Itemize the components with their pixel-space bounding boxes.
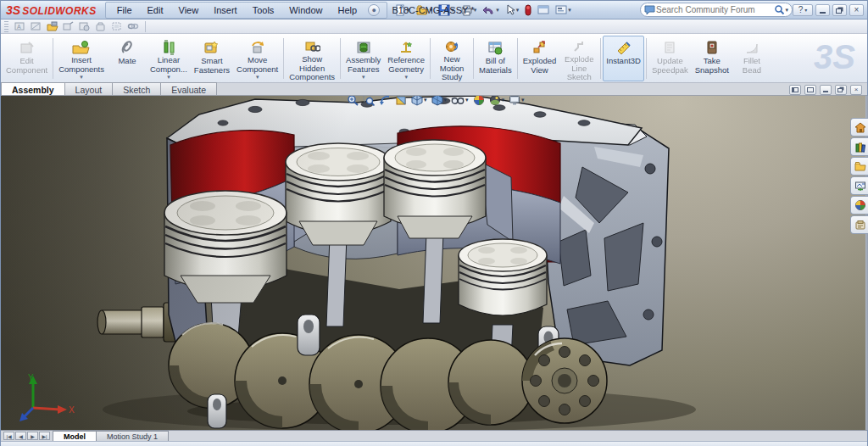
search-magnifier-icon[interactable] — [774, 4, 785, 15]
zoom-to-fit-button[interactable] — [345, 96, 360, 108]
window-controls: ?▾ × — [793, 4, 864, 16]
apply-scene-icon — [489, 96, 501, 106]
fillet-bead-button[interactable]: Fillet Bead — [732, 36, 771, 81]
ribbon-separator — [283, 38, 284, 79]
doc-restore-button[interactable] — [835, 85, 847, 95]
command-manager-ribbon: Edit Component Insert Components ▾ Mate … — [1, 34, 867, 83]
pane-right-button[interactable] — [804, 85, 816, 95]
assembly-toolbar-icon-7[interactable] — [109, 20, 124, 33]
motion-study-1-tab[interactable]: Motion Study 1 — [96, 431, 169, 441]
move-component-button[interactable]: Move Component ▾ — [233, 36, 281, 81]
command-tab-row: Assembly Layout Sketch Evaluate × — [1, 83, 867, 96]
assembly-toolbar-icon-6[interactable] — [93, 20, 108, 33]
doc-minimize-button[interactable] — [820, 85, 832, 95]
minimize-button[interactable] — [815, 4, 830, 16]
menu-insert[interactable]: Insert — [206, 3, 245, 17]
explode-line-sketch-button[interactable]: Explode Line Sketch — [559, 36, 598, 81]
exploded-view-button[interactable]: Exploded View — [520, 36, 560, 81]
display-style-icon — [431, 96, 443, 106]
engine-assembly-model[interactable] — [1, 96, 868, 430]
instant3d-button[interactable]: Instant3D — [603, 36, 644, 81]
zoom-to-fit-icon — [347, 96, 359, 106]
show-hidden-components-button[interactable]: Show Hidden Components — [286, 36, 338, 81]
scroll-last-button[interactable]: ▶| — [39, 432, 50, 440]
search-input[interactable] — [656, 5, 774, 14]
document-window-controls: × — [789, 83, 862, 96]
update-speedpak-button[interactable]: Update Speedpak — [648, 36, 692, 81]
tab-sketch[interactable]: Sketch — [112, 82, 161, 95]
section-view-button[interactable] — [393, 96, 409, 108]
dropdown-caret[interactable]: ▾ — [404, 75, 408, 80]
smart-fasteners-button[interactable]: Smart Fasteners — [191, 36, 233, 81]
assembly-toolbar-icon-4[interactable] — [61, 20, 75, 33]
view-orientation-button[interactable]: ▾ — [409, 96, 429, 108]
previous-view-button[interactable] — [377, 96, 392, 108]
assembly-small-toolbar: A — [1, 20, 867, 34]
dropdown-caret[interactable]: ▾ — [167, 75, 170, 80]
bill-of-materials-icon — [487, 39, 503, 56]
assembly-toolbar-icon-2[interactable] — [29, 20, 43, 33]
restore-button[interactable] — [832, 4, 847, 16]
apply-scene-button[interactable]: ▾ — [487, 96, 507, 108]
menu-view[interactable]: View — [171, 3, 207, 17]
community-search-box[interactable]: ▾ — [640, 3, 793, 17]
graphics-viewport[interactable]: ▾ ▾ ▾ ▾ ▾ Y X — [1, 96, 868, 430]
assembly-toolbar-icon-3[interactable] — [45, 20, 59, 33]
scroll-next-button[interactable]: ▶ — [27, 432, 38, 440]
assembly-features-icon — [356, 39, 371, 55]
exploded-view-icon — [531, 39, 547, 56]
file-explorer-tab[interactable] — [850, 157, 868, 176]
appearances-scenes-tab[interactable] — [850, 196, 868, 215]
update-speedpak-icon — [662, 39, 677, 56]
close-button[interactable]: × — [849, 4, 864, 16]
dropdown-caret[interactable]: ▾ — [80, 75, 83, 80]
scroll-prev-button[interactable]: ◀ — [15, 432, 26, 440]
scroll-first-button[interactable]: |◀ — [3, 432, 14, 440]
help-button[interactable]: ?▾ — [793, 4, 813, 16]
solidworks-logo: 3S SOLIDWORKS — [1, 3, 105, 17]
toolbar-grip[interactable] — [4, 21, 8, 32]
tab-assembly[interactable]: Assembly — [1, 82, 65, 95]
reference-triad: Y X — [18, 372, 77, 425]
bill-of-materials-button[interactable]: Bill of Materials — [476, 36, 515, 81]
dropdown-caret[interactable]: ▾ — [362, 75, 365, 80]
take-snapshot-button[interactable]: Take Snapshot — [692, 36, 732, 81]
assembly-toolbar-icon-1[interactable]: A — [13, 20, 27, 33]
view-settings-button[interactable]: ▾ — [507, 96, 526, 108]
tab-evaluate[interactable]: Evaluate — [160, 82, 217, 95]
search-options-caret[interactable]: ▾ — [785, 7, 788, 14]
title-bar: 3S SOLIDWORKS File Edit View Insert Tool… — [1, 1, 867, 20]
model-tab[interactable]: Model — [53, 431, 97, 441]
brand-mark-icon: 3S — [6, 3, 20, 17]
new-motion-study-button[interactable]: New Motion Study — [432, 36, 471, 81]
home-tab[interactable] — [850, 118, 868, 137]
take-snapshot-icon — [704, 39, 720, 56]
pane-left-button[interactable] — [789, 85, 801, 95]
edit-appearance-button[interactable] — [471, 96, 487, 108]
tab-layout[interactable]: Layout — [64, 82, 114, 95]
menu-tools[interactable]: Tools — [245, 3, 282, 17]
custom-properties-tab[interactable] — [850, 215, 868, 234]
ribbon-separator — [646, 38, 647, 79]
doc-close-button[interactable]: × — [850, 85, 862, 95]
mate-button[interactable]: Mate — [108, 36, 147, 81]
assembly-features-button[interactable]: Assembly Features ▾ — [342, 36, 384, 81]
assembly-toolbar-icon-5[interactable] — [77, 20, 92, 33]
hide-show-items-button[interactable]: ▾ — [449, 96, 470, 108]
edit-component-button[interactable]: Edit Component — [3, 36, 51, 81]
reference-geometry-button[interactable]: Reference Geometry ▾ — [384, 36, 428, 81]
assembly-toolbar-icon-8[interactable] — [125, 20, 140, 33]
insert-components-button[interactable]: Insert Components ▾ — [55, 36, 108, 81]
brand-name: SOLIDWORKS — [22, 5, 97, 17]
dropdown-caret[interactable]: ▾ — [256, 75, 259, 80]
menu-file[interactable]: File — [109, 3, 140, 17]
ribbon-separator — [53, 38, 53, 79]
display-style-button[interactable]: ▾ — [430, 96, 449, 108]
search-area: ▾ — [640, 3, 793, 17]
menu-edit[interactable]: Edit — [140, 3, 171, 17]
zoom-to-area-button[interactable] — [361, 96, 376, 108]
linear-component-pattern-button[interactable]: Linear Compon... ▾ — [147, 36, 191, 81]
view-palette-tab[interactable] — [850, 176, 868, 195]
fillet-bead-icon — [744, 39, 760, 56]
design-library-tab[interactable] — [850, 137, 868, 156]
